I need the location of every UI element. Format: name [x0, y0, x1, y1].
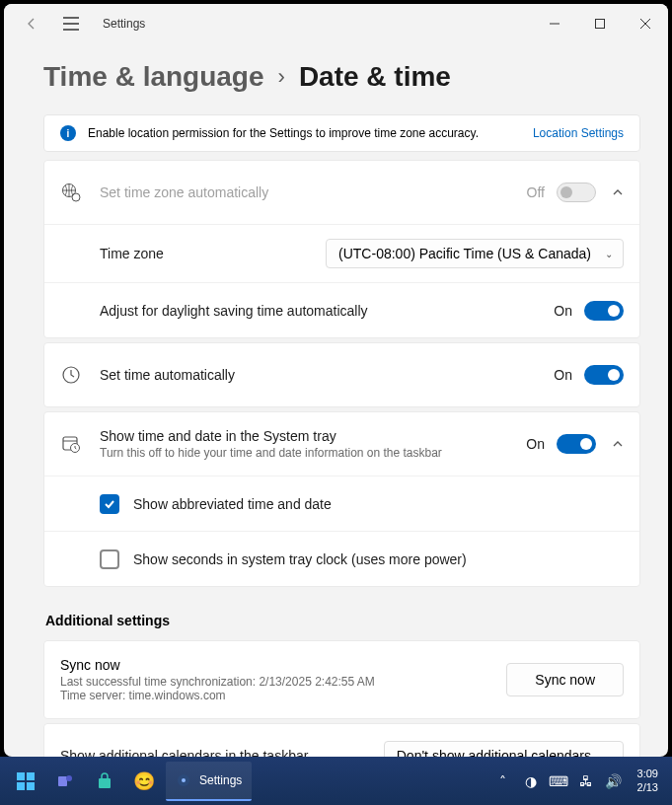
sync-now-button[interactable]: Sync now: [506, 663, 624, 696]
svg-point-14: [182, 778, 186, 782]
row-systray-time[interactable]: Show time and date in the System tray Tu…: [44, 412, 639, 476]
content-area: Time & language › Date & time i Enable l…: [4, 43, 668, 757]
tray-network-icon[interactable]: 🖧: [574, 773, 598, 789]
abbrev-label: Show abbreviated time and date: [133, 496, 332, 512]
info-text: Enable location permission for the Setti…: [88, 126, 479, 140]
sync-title: Sync now: [60, 657, 506, 673]
taskbar-app-label: Settings: [199, 773, 242, 787]
svg-rect-9: [27, 782, 35, 790]
clock-icon: [60, 365, 82, 385]
calendars-label: Show additional calendars in the taskbar: [60, 748, 384, 757]
sync-server: Time server: time.windows.com: [60, 689, 506, 702]
systray-state: On: [526, 436, 545, 452]
back-button[interactable]: [16, 8, 47, 39]
dst-label: Adjust for daylight saving time automati…: [100, 303, 554, 319]
maximize-button[interactable]: [577, 8, 623, 39]
timezone-card: Set time zone automatically Off Time zon…: [43, 160, 640, 338]
time-card: Set time automatically On: [43, 342, 640, 407]
window-title: Settings: [103, 17, 145, 31]
systray-sub: Turn this off to hide your time and date…: [100, 446, 526, 460]
chevron-down-icon: ⌄: [605, 249, 613, 259]
additional-heading: Additional settings: [45, 613, 640, 628]
taskbar-settings-app[interactable]: Settings: [166, 762, 252, 801]
seconds-label: Show seconds in system tray clock (uses …: [133, 551, 467, 567]
breadcrumb-current: Date & time: [299, 61, 451, 93]
chevron-right-icon: ›: [278, 64, 285, 90]
info-bar: i Enable location permission for the Set…: [43, 114, 640, 152]
taskbar-emoji-icon[interactable]: 😊: [124, 762, 164, 801]
seconds-checkbox[interactable]: [100, 549, 119, 569]
tray-overflow-icon[interactable]: ˄: [491, 773, 515, 789]
calendar-clock-icon: [60, 434, 82, 454]
tray-onedrive-icon[interactable]: ◑: [519, 773, 543, 789]
tz-auto-label: Set time zone automatically: [100, 184, 527, 200]
time-auto-state: On: [554, 367, 572, 383]
tray-keyboard-icon[interactable]: ⌨: [547, 773, 570, 789]
calendars-card: Show additional calendars in the taskbar…: [43, 723, 640, 757]
tray-clock[interactable]: 3:09 2/13: [630, 768, 666, 793]
row-time-auto[interactable]: Set time automatically On: [44, 343, 639, 406]
row-sync: Sync now Last successful time synchroniz…: [44, 641, 639, 718]
breadcrumb-parent[interactable]: Time & language: [43, 61, 264, 93]
settings-window: Settings Time & language › Date & time i…: [4, 4, 668, 757]
tz-auto-toggle: [557, 183, 596, 202]
row-timezone: Time zone (UTC-08:00) Pacific Time (US &…: [44, 224, 639, 282]
row-calendars: Show additional calendars in the taskbar…: [44, 724, 639, 757]
info-icon: i: [60, 125, 76, 141]
svg-rect-0: [596, 20, 605, 29]
svg-rect-8: [17, 782, 25, 790]
sync-card: Sync now Last successful time synchroniz…: [43, 640, 640, 719]
row-tz-auto[interactable]: Set time zone automatically Off: [44, 161, 639, 224]
systray-label: Show time and date in the System tray: [100, 428, 526, 444]
start-button[interactable]: [6, 762, 45, 801]
chevron-up-icon[interactable]: [612, 438, 624, 450]
tray-volume-icon[interactable]: 🔊: [602, 773, 626, 789]
tz-auto-state: Off: [527, 184, 545, 200]
time-auto-toggle[interactable]: [584, 365, 624, 385]
minimize-button[interactable]: [532, 8, 577, 39]
taskbar-store-icon[interactable]: [85, 762, 124, 801]
svg-rect-10: [58, 776, 67, 786]
svg-point-2: [72, 193, 80, 201]
tray-date: 2/13: [637, 781, 658, 794]
chevron-up-icon[interactable]: [612, 186, 624, 198]
svg-rect-12: [99, 778, 111, 788]
taskbar[interactable]: 😊 Settings ˄ ◑ ⌨ 🖧 🔊 3:09 2/13: [0, 757, 672, 805]
svg-point-11: [66, 775, 72, 781]
timezone-value: (UTC-08:00) Pacific Time (US & Canada): [338, 246, 591, 261]
globe-icon: [60, 183, 82, 202]
calendars-value: Don't show additional calendars: [397, 748, 591, 757]
hamburger-button[interactable]: [51, 8, 91, 39]
taskbar-teams-icon[interactable]: [45, 762, 85, 801]
location-settings-link[interactable]: Location Settings: [533, 126, 624, 140]
systray-toggle[interactable]: [557, 434, 596, 454]
row-seconds[interactable]: Show seconds in system tray clock (uses …: [44, 531, 639, 586]
abbrev-checkbox[interactable]: [100, 494, 119, 514]
svg-rect-6: [17, 772, 25, 780]
sync-last: Last successful time synchronization: 2/…: [60, 675, 506, 689]
dst-state: On: [554, 303, 572, 319]
dst-toggle[interactable]: [584, 301, 624, 321]
system-tray[interactable]: ˄ ◑ ⌨ 🖧 🔊 3:09 2/13: [491, 768, 666, 793]
tz-label: Time zone: [100, 246, 326, 261]
close-button[interactable]: [623, 8, 668, 39]
time-auto-label: Set time automatically: [100, 367, 554, 383]
row-dst: Adjust for daylight saving time automati…: [44, 282, 639, 337]
tray-time: 3:09: [637, 768, 658, 780]
svg-rect-7: [27, 772, 35, 780]
timezone-dropdown[interactable]: (UTC-08:00) Pacific Time (US & Canada) ⌄: [326, 239, 624, 268]
gear-icon: [176, 772, 191, 788]
systray-card: Show time and date in the System tray Tu…: [43, 411, 640, 587]
titlebar: Settings: [4, 4, 668, 43]
calendars-dropdown[interactable]: Don't show additional calendars ⌄: [384, 741, 624, 757]
breadcrumb: Time & language › Date & time: [43, 61, 640, 93]
row-abbrev[interactable]: Show abbreviated time and date: [44, 476, 639, 531]
